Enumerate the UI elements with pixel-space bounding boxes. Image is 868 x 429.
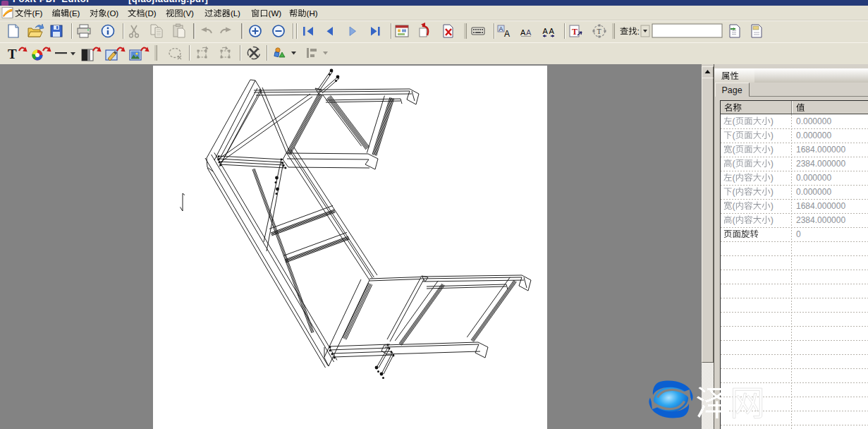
svg-text:A: A xyxy=(549,27,555,35)
svg-text:(: ( xyxy=(733,159,736,169)
svg-text:1684.000000: 1684.000000 xyxy=(796,201,845,211)
svg-text:(D): (D) xyxy=(145,9,157,18)
svg-text:): ) xyxy=(771,159,774,169)
svg-text:(: ( xyxy=(733,187,736,197)
svg-text:(L): (L) xyxy=(231,9,240,18)
svg-text:): ) xyxy=(771,187,774,197)
svg-text:(: ( xyxy=(733,173,736,183)
svg-text:(W): (W) xyxy=(269,9,282,18)
svg-text:): ) xyxy=(771,116,774,126)
svg-text:2384.000000: 2384.000000 xyxy=(796,215,845,225)
svg-text:(: ( xyxy=(733,215,736,225)
svg-text:(H): (H) xyxy=(307,9,318,18)
svg-text:(: ( xyxy=(733,145,736,155)
svg-text:0.000000: 0.000000 xyxy=(796,131,831,140)
svg-text:(: ( xyxy=(733,116,736,126)
svg-text::: : xyxy=(637,27,640,37)
svg-text:(: ( xyxy=(733,201,736,211)
svg-text:): ) xyxy=(771,201,774,211)
svg-text:(V): (V) xyxy=(183,9,195,18)
svg-text:A: A xyxy=(543,27,549,35)
svg-text:0.000000: 0.000000 xyxy=(796,173,831,183)
svg-text:T: T xyxy=(597,28,601,35)
svg-text:1684.000000: 1684.000000 xyxy=(796,145,845,155)
svg-text:T: T xyxy=(8,47,17,61)
svg-text:(E): (E) xyxy=(69,9,80,18)
svg-text:(O): (O) xyxy=(107,9,119,18)
svg-text:): ) xyxy=(771,215,774,225)
svg-text:A: A xyxy=(504,29,510,39)
svg-text:(: ( xyxy=(733,131,736,140)
svg-text:0: 0 xyxy=(796,229,801,239)
svg-text:A: A xyxy=(499,25,503,32)
svg-text:A: A xyxy=(520,28,526,37)
svg-text:Page: Page xyxy=(722,85,742,95)
svg-text:T: T xyxy=(572,27,577,37)
svg-text:A: A xyxy=(526,28,532,37)
svg-text:): ) xyxy=(771,145,774,155)
svg-text:): ) xyxy=(771,173,774,183)
svg-text:0.000000: 0.000000 xyxy=(796,116,831,126)
svg-text:0.000000: 0.000000 xyxy=(796,187,831,197)
svg-text:(F): (F) xyxy=(32,9,43,18)
svg-text:): ) xyxy=(771,131,774,140)
svg-text:2384.000000: 2384.000000 xyxy=(796,159,845,169)
